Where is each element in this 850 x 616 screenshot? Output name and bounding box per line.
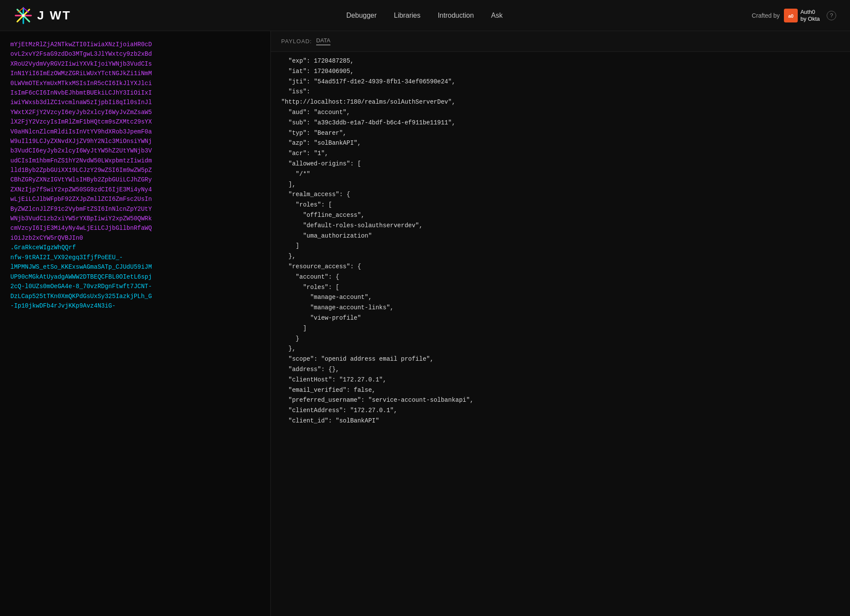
- data-tab[interactable]: DATA: [316, 37, 330, 45]
- svg-point-6: [22, 14, 25, 17]
- svg-line-5: [23, 8, 29, 12]
- crafted-by: Crafted by a0 Auth0 by Okta ?: [752, 9, 836, 22]
- payload-header: PAYLOAD: DATA: [271, 31, 850, 52]
- svg-text:a0: a0: [788, 13, 793, 19]
- auth0-icon: a0: [784, 9, 798, 22]
- jwt-token-panel: mYjEtMzRlZjA2NTkwZTI0IiwiaXNzIjoiaHR0cD …: [0, 31, 268, 616]
- help-button[interactable]: ?: [827, 11, 836, 20]
- header: J WT Debugger Libraries Introduction Ask…: [0, 0, 850, 31]
- crafted-label: Crafted by: [752, 12, 780, 19]
- jwt-payload-text: mYjEtMzRlZjA2NTkwZTI0IiwiaXNzIjoiaHR0cD …: [10, 40, 257, 243]
- payload-label: PAYLOAD:: [281, 38, 312, 44]
- jwt-logo-icon: [14, 6, 33, 25]
- main-layout: mYjEtMzRlZjA2NTkwZTI0IiwiaXNzIjoiaHR0cD …: [0, 31, 850, 616]
- svg-line-4: [18, 8, 23, 12]
- nav-introduction[interactable]: Introduction: [438, 10, 474, 21]
- nav: Debugger Libraries Introduction Ask: [97, 10, 752, 21]
- nav-libraries[interactable]: Libraries: [394, 10, 420, 21]
- json-content: "exp": 1720487285, "iat": 1720406905, "j…: [271, 52, 850, 435]
- logo-text: J WT: [37, 9, 71, 22]
- json-pre: "exp": 1720487285, "iat": 1720406905, "j…: [281, 56, 840, 426]
- auth0-text: Auth0 by Okta: [800, 9, 820, 22]
- jwt-dot-2: .: [10, 244, 14, 251]
- decoded-panel: PAYLOAD: DATA "exp": 1720487285, "iat": …: [270, 31, 850, 616]
- jwt-signature-text: GraRkceWIgzWhQQrf nfw-9tRAI2I_VX92egq3If…: [10, 244, 152, 309]
- auth0-logo: a0 Auth0 by Okta: [784, 9, 820, 22]
- logo-area: J WT: [14, 6, 71, 25]
- nav-debugger[interactable]: Debugger: [346, 10, 377, 21]
- nav-ask[interactable]: Ask: [491, 10, 503, 21]
